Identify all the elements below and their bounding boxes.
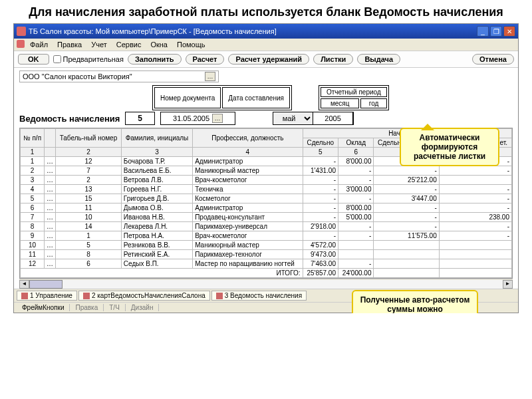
cancel-button[interactable]: Отмена xyxy=(472,54,514,65)
slide-title: Для начисления заработной платы использу… xyxy=(0,0,532,23)
total-piece: 25'857.00 xyxy=(303,269,338,278)
menu-edit[interactable]: Правка xyxy=(53,40,86,49)
date-picker-button[interactable]: … xyxy=(212,114,223,123)
table-row[interactable]: 4…13Гореева Н.Г.Техничка-3'000.00-- xyxy=(21,185,512,194)
calc-button[interactable]: Расчет xyxy=(186,54,225,65)
tab-icon xyxy=(216,293,223,299)
tab-payroll-sheet[interactable]: 3 Ведомость начисления xyxy=(211,291,307,301)
row-picker-button[interactable]: … xyxy=(45,231,56,241)
menu-file[interactable]: Файл xyxy=(26,40,52,49)
row-picker-button[interactable]: … xyxy=(45,213,56,222)
row-picker-button[interactable]: … xyxy=(45,259,56,269)
calc-deductions-button[interactable]: Расчет удержаний xyxy=(228,54,309,65)
preliminary-checkbox[interactable]: Предварительная xyxy=(53,55,124,63)
minimize-button[interactable]: _ xyxy=(477,26,489,37)
menu-accounting[interactable]: Учет xyxy=(87,40,111,49)
menu-windows[interactable]: Окна xyxy=(146,40,172,49)
table-row[interactable]: 11…8Ретинский Е.А.Парикмахер-технолог9'4… xyxy=(21,250,512,259)
doc-date[interactable]: 31.05.2005… xyxy=(160,112,235,125)
horizontal-scrollbar[interactable]: ◄ ► xyxy=(19,279,513,289)
org-picker-button[interactable]: … xyxy=(205,72,215,81)
row-picker-button[interactable]: … xyxy=(45,222,56,231)
slips-button[interactable]: Листки xyxy=(313,54,353,65)
row-picker-button[interactable]: … xyxy=(45,166,56,176)
table-row[interactable]: 2…7Васильева Е.Б.Маникюрный мастер1'431.… xyxy=(21,166,512,176)
app-window: ТБ Салон красоты: Мой компьютер\ПримерСК… xyxy=(13,23,519,313)
row-picker-button[interactable]: … xyxy=(45,241,56,250)
row-picker-button[interactable]: … xyxy=(45,250,56,259)
window-title: ТБ Салон красоты: Мой компьютер\ПримерСК… xyxy=(29,27,277,35)
total-salary: 24'000.00 xyxy=(338,269,374,278)
org-field[interactable]: ООО "Салон красоты Виктория" … xyxy=(19,70,219,82)
scroll-thumb[interactable] xyxy=(29,280,63,289)
toolbar: OK Предварительная Заполнить Расчет Расч… xyxy=(14,51,518,68)
titlebar: ТБ Салон красоты: Мой компьютер\ПримерСК… xyxy=(14,24,518,39)
doc-number[interactable]: 5 xyxy=(125,112,155,125)
month-select[interactable]: май xyxy=(273,112,313,124)
doc-header-box: Номер документаДата составления xyxy=(152,85,292,110)
tab-sheet-card[interactable]: 2 картВедомостьНачисленияСалона xyxy=(78,291,210,301)
menu-service[interactable]: Сервис xyxy=(112,40,146,49)
period-selector[interactable]: май xyxy=(273,112,354,125)
table-row[interactable]: 12…6Седых В.П.Мастер по наращиванию ногт… xyxy=(21,259,512,269)
ok-button[interactable]: OK xyxy=(18,54,49,65)
table-row[interactable]: 7…10Иванова Н.В.Продавец-консультант-5'0… xyxy=(21,213,512,222)
tab-icon xyxy=(83,293,90,299)
table-row[interactable]: 8…14Лекарева Л.Н.Парикмахер-универсал2'9… xyxy=(21,222,512,231)
tab-management[interactable]: 1 Управление xyxy=(17,291,77,301)
period-header-box: Отчетный период месяцгод xyxy=(319,85,389,110)
table-row[interactable]: 6…11Дымова О.В.Администратор-8'000.00-- xyxy=(21,203,512,213)
menubar: Файл Правка Учет Сервис Окна Помощь xyxy=(14,39,518,51)
payout-button[interactable]: Выдача xyxy=(357,54,400,65)
app-icon xyxy=(17,27,26,36)
callout-payslips: Автоматически формируются расчетные лист… xyxy=(400,128,499,166)
callout-editable: Полученные авто-расчетом суммы можно кор… xyxy=(352,290,478,313)
row-picker-button[interactable]: … xyxy=(45,157,56,166)
menu-help[interactable]: Помощь xyxy=(173,40,209,49)
scroll-right-button[interactable]: ► xyxy=(503,280,513,289)
totals-label: ИТОГО: xyxy=(21,269,303,278)
row-picker-button[interactable]: … xyxy=(45,185,56,194)
fill-button[interactable]: Заполнить xyxy=(128,54,182,65)
menu-icon xyxy=(17,40,25,48)
row-picker-button[interactable]: … xyxy=(45,203,56,213)
table-row[interactable]: 5…15Григорьев Д.В.Косметолог--3'447.00- xyxy=(21,194,512,203)
row-picker-button[interactable]: … xyxy=(45,194,56,203)
doc-title: Ведомость начисления xyxy=(19,114,120,124)
scroll-left-button[interactable]: ◄ xyxy=(19,280,29,289)
year-input[interactable] xyxy=(313,112,353,124)
table-row[interactable]: 9…1Петрова Н.А.Врач-косметолог--11'575.0… xyxy=(21,231,512,241)
table-row[interactable]: 10…5Резникова В.В.Маникюрный мастер4'572… xyxy=(21,241,512,250)
table-row[interactable]: 3…2Ветрова Л.В.Врач-косметолог--25'212.0… xyxy=(21,176,512,185)
tab-icon xyxy=(21,293,28,299)
maximize-button[interactable]: ❐ xyxy=(490,26,502,37)
row-picker-button[interactable]: … xyxy=(45,176,56,185)
content-area: ООО "Салон красоты Виктория" … Номер док… xyxy=(14,68,518,289)
close-button[interactable]: ✕ xyxy=(503,26,515,37)
